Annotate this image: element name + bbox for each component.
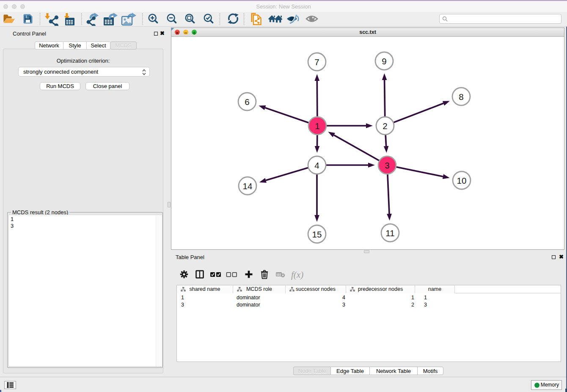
svg-text:1: 1 xyxy=(315,121,319,131)
svg-text:14: 14 xyxy=(243,181,253,191)
svg-text:4: 4 xyxy=(314,160,319,170)
svg-text:7: 7 xyxy=(314,57,319,67)
svg-text:10: 10 xyxy=(457,176,467,185)
svg-text:3: 3 xyxy=(385,160,389,170)
svg-text:2: 2 xyxy=(383,121,387,131)
svg-text:9: 9 xyxy=(382,56,386,66)
svg-text:6: 6 xyxy=(245,97,249,107)
svg-text:8: 8 xyxy=(459,92,463,102)
svg-text:11: 11 xyxy=(385,228,394,238)
svg-text:15: 15 xyxy=(312,229,322,239)
